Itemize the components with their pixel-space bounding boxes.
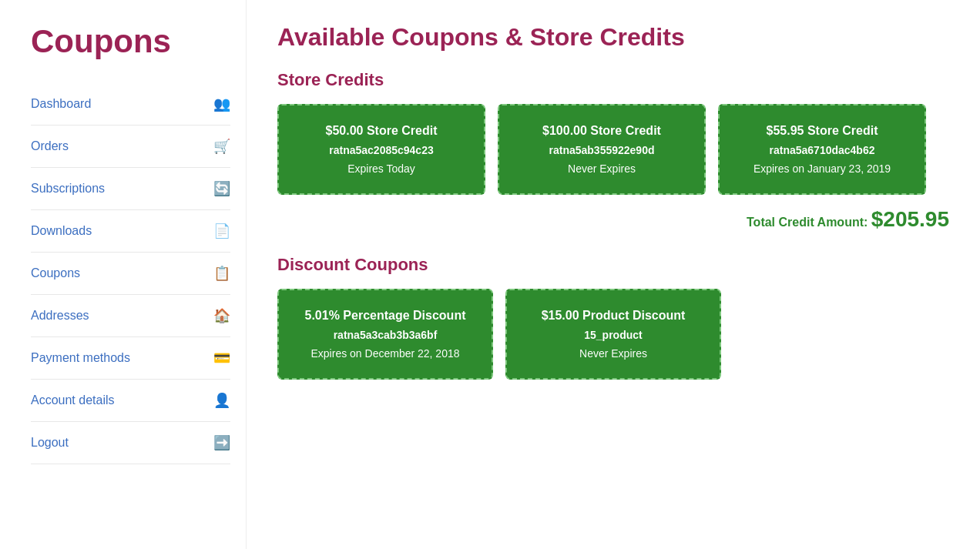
downloads-icon: 📄 — [213, 223, 230, 239]
sidebar-link-coupons[interactable]: Coupons📋 — [31, 253, 230, 294]
discount-card-code-1: 15_product — [522, 329, 704, 341]
sidebar-item-orders: Orders🛒 — [31, 126, 230, 168]
store-credits-section: Store Credits $50.00 Store Credit ratna5… — [277, 70, 949, 232]
sidebar-item-payment-methods: Payment methods💳 — [31, 337, 230, 380]
sidebar-link-orders[interactable]: Orders🛒 — [31, 126, 230, 167]
sidebar-link-logout[interactable]: Logout➡️ — [31, 422, 230, 464]
sidebar-title: Coupons — [31, 23, 230, 60]
discount-coupons-section: Discount Coupons 5.01% Percentage Discou… — [277, 255, 949, 380]
discount-card-title-1: $15.00 Product Discount — [522, 309, 704, 323]
credit-card-title-1: $100.00 Store Credit — [515, 124, 689, 138]
total-credit-row: Total Credit Amount: $205.95 — [277, 207, 949, 232]
credit-card-expiry-0: Expires Today — [294, 162, 468, 175]
discount-card-title-0: 5.01% Percentage Discount — [294, 309, 476, 323]
sidebar-item-downloads: Downloads📄 — [31, 210, 230, 253]
store-credit-card-1: $100.00 Store Credit ratna5ab355922e90d … — [498, 104, 706, 195]
sidebar-item-addresses: Addresses🏠 — [31, 295, 230, 337]
credit-card-title-0: $50.00 Store Credit — [294, 124, 468, 138]
sidebar-item-dashboard: Dashboard👥 — [31, 83, 230, 126]
sidebar-label-coupons: Coupons — [31, 266, 80, 280]
credit-card-expiry-2: Expires on January 23, 2019 — [735, 162, 909, 175]
store-credit-card-2: $55.95 Store Credit ratna5a6710dac4b62 E… — [718, 104, 926, 195]
sidebar-label-account-details: Account details — [31, 393, 115, 407]
discount-coupons-cards: 5.01% Percentage Discount ratna5a3cab3b3… — [277, 289, 949, 380]
sidebar-label-dashboard: Dashboard — [31, 97, 91, 111]
discount-card-expiry-0: Expires on December 22, 2018 — [294, 347, 476, 360]
addresses-icon: 🏠 — [213, 307, 230, 324]
sidebar-nav: Dashboard👥Orders🛒Subscriptions🔄Downloads… — [31, 83, 230, 464]
credit-card-expiry-1: Never Expires — [515, 162, 689, 175]
logout-icon: ➡️ — [213, 434, 230, 451]
sidebar-item-account-details: Account details👤 — [31, 380, 230, 422]
page-heading: Available Coupons & Store Credits — [277, 23, 949, 52]
sidebar-label-downloads: Downloads — [31, 224, 92, 238]
sidebar-item-coupons: Coupons📋 — [31, 253, 230, 295]
total-credit-label: Total Credit Amount: — [747, 216, 868, 229]
credit-card-title-2: $55.95 Store Credit — [735, 124, 909, 138]
credit-card-code-2: ratna5a6710dac4b62 — [735, 144, 909, 156]
sidebar-label-logout: Logout — [31, 436, 69, 450]
sidebar-link-dashboard[interactable]: Dashboard👥 — [31, 83, 230, 125]
sidebar-link-account-details[interactable]: Account details👤 — [31, 380, 230, 421]
sidebar-item-subscriptions: Subscriptions🔄 — [31, 168, 230, 210]
sidebar-label-subscriptions: Subscriptions — [31, 182, 105, 196]
credit-card-code-1: ratna5ab355922e90d — [515, 144, 689, 156]
discount-card-0: 5.01% Percentage Discount ratna5a3cab3b3… — [277, 289, 493, 380]
coupons-icon: 📋 — [213, 265, 230, 282]
discount-coupons-title: Discount Coupons — [277, 255, 949, 275]
sidebar-link-addresses[interactable]: Addresses🏠 — [31, 295, 230, 336]
orders-icon: 🛒 — [213, 138, 230, 155]
account-details-icon: 👤 — [213, 392, 230, 409]
payment-methods-icon: 💳 — [213, 350, 230, 367]
sidebar-item-logout: Logout➡️ — [31, 422, 230, 464]
main-content: Available Coupons & Store Credits Store … — [247, 0, 980, 549]
sidebar-link-subscriptions[interactable]: Subscriptions🔄 — [31, 168, 230, 209]
total-credit-amount: $205.95 — [871, 207, 949, 231]
sidebar: Coupons Dashboard👥Orders🛒Subscriptions🔄D… — [0, 0, 247, 549]
sidebar-link-payment-methods[interactable]: Payment methods💳 — [31, 337, 230, 379]
store-credits-cards: $50.00 Store Credit ratna5ac2085c94c23 E… — [277, 104, 949, 195]
sidebar-label-orders: Orders — [31, 139, 69, 153]
discount-card-code-0: ratna5a3cab3b3a6bf — [294, 329, 476, 341]
subscriptions-icon: 🔄 — [213, 180, 230, 197]
discount-card-expiry-1: Never Expires — [522, 347, 704, 360]
sidebar-label-payment-methods: Payment methods — [31, 351, 130, 365]
discount-card-1: $15.00 Product Discount 15_product Never… — [505, 289, 721, 380]
store-credits-title: Store Credits — [277, 70, 949, 90]
store-credit-card-0: $50.00 Store Credit ratna5ac2085c94c23 E… — [277, 104, 485, 195]
dashboard-icon: 👥 — [213, 95, 230, 112]
sidebar-link-downloads[interactable]: Downloads📄 — [31, 210, 230, 252]
credit-card-code-0: ratna5ac2085c94c23 — [294, 144, 468, 156]
sidebar-label-addresses: Addresses — [31, 309, 89, 323]
